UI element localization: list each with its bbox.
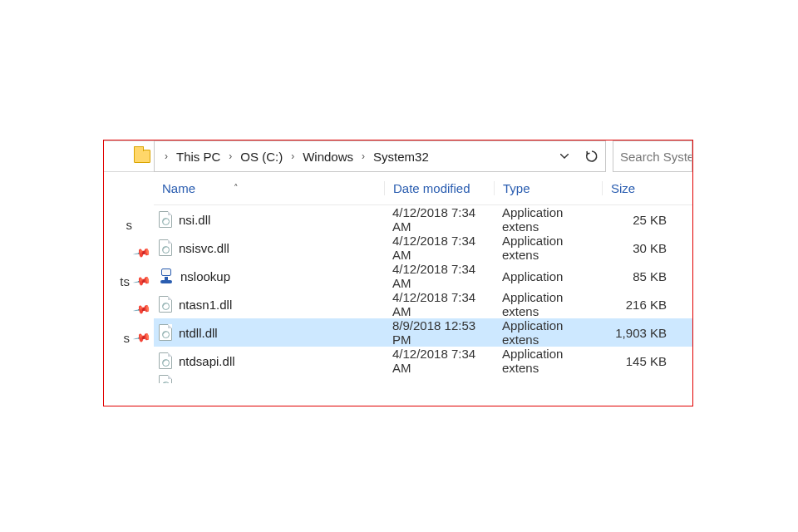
cell-date: 4/12/2018 7:34 AM xyxy=(384,347,494,375)
address-folder-icon-wrap xyxy=(104,140,154,172)
file-icon xyxy=(159,324,172,341)
breadcrumb-item[interactable]: System32 xyxy=(372,150,431,164)
file-name: nsisvc.dll xyxy=(179,241,229,255)
search-placeholder: Search System32 xyxy=(620,150,692,164)
cell-type: Application extens xyxy=(494,318,602,347)
nav-item-label-fragment: s xyxy=(119,218,132,232)
column-header-size[interactable]: Size xyxy=(602,181,673,195)
file-name: nsi.dll xyxy=(179,213,210,227)
cell-type: Application extens xyxy=(494,347,602,375)
pin-icon: 📌 xyxy=(132,244,151,263)
application-icon xyxy=(159,268,174,283)
cell-type: Application extens xyxy=(494,290,602,318)
cell-name: ntdsapi.dll xyxy=(154,352,384,369)
cell-size: 216 KB xyxy=(602,298,673,312)
cell-date: 4/12/2018 7:34 AM xyxy=(384,234,494,262)
nav-item-label-fragment: s xyxy=(116,331,130,345)
refresh-button[interactable] xyxy=(578,140,606,172)
chevron-down-icon xyxy=(560,154,569,159)
column-header-label: Name xyxy=(162,181,195,195)
chevron-right-icon: › xyxy=(288,150,298,162)
cell-size: 1,903 KB xyxy=(602,326,673,340)
cell-date: 4/12/2018 7:34 AM xyxy=(384,262,494,290)
cell-name: ntdll.dll xyxy=(154,324,384,341)
file-icon xyxy=(159,239,172,256)
search-input[interactable]: Search System32 xyxy=(613,140,692,172)
pin-icon: 📌 xyxy=(132,328,151,347)
nav-item[interactable]: 📌 xyxy=(104,239,154,267)
folder-icon xyxy=(134,150,150,163)
sort-ascending-icon: ˄ xyxy=(234,183,239,194)
table-row[interactable]: ntdll.dll8/9/2018 12:53 PMApplication ex… xyxy=(154,318,692,347)
cell-size: 30 KB xyxy=(602,241,673,255)
file-name: ntdsapi.dll xyxy=(179,354,235,368)
cell-name: nsi.dll xyxy=(154,211,384,228)
partial-row-clip xyxy=(154,375,692,383)
cell-type: Application xyxy=(494,269,602,283)
pin-icon: 📌 xyxy=(132,300,151,319)
file-icon xyxy=(159,211,172,228)
file-name: ntdll.dll xyxy=(179,326,218,340)
navigation-pane[interactable]: s📌ts📌📌s📌 xyxy=(104,172,154,406)
refresh-icon xyxy=(585,150,598,163)
file-icon xyxy=(159,296,172,313)
nav-item-label-fragment: ts xyxy=(116,274,130,288)
cell-name: ntasn1.dll xyxy=(154,296,384,313)
table-row[interactable]: ntdsapi.dll4/12/2018 7:34 AMApplication … xyxy=(154,347,692,375)
chevron-right-icon: › xyxy=(358,150,368,162)
nav-item[interactable]: s xyxy=(104,210,154,239)
cell-size: 145 KB xyxy=(602,354,673,368)
explorer-body: s📌ts📌📌s📌 Name ˄ Date modified Type Size … xyxy=(104,172,692,406)
cell-type: Application extens xyxy=(494,205,602,234)
breadcrumb-item[interactable]: Windows xyxy=(301,150,355,164)
cell-date: 4/12/2018 7:34 AM xyxy=(384,205,494,234)
file-icon xyxy=(159,375,172,383)
column-header-name[interactable]: Name ˄ xyxy=(154,181,384,195)
pin-icon: 📌 xyxy=(132,272,151,291)
cell-size: 85 KB xyxy=(602,269,673,283)
cell-type: Application extens xyxy=(494,234,602,262)
column-headers: Name ˄ Date modified Type Size xyxy=(154,172,692,205)
chevron-right-icon: › xyxy=(161,150,171,162)
file-list-pane: Name ˄ Date modified Type Size nsi.dll4/… xyxy=(154,172,692,406)
breadcrumb[interactable]: › This PC › OS (C:) › Windows › System32 xyxy=(154,140,551,172)
nav-item[interactable]: s📌 xyxy=(104,323,154,352)
column-header-type[interactable]: Type xyxy=(494,181,602,195)
cell-name: nsisvc.dll xyxy=(154,239,384,256)
file-list[interactable]: nsi.dll4/12/2018 7:34 AMApplication exte… xyxy=(154,205,692,375)
column-header-date[interactable]: Date modified xyxy=(384,181,494,195)
file-icon xyxy=(159,352,172,369)
cell-date: 8/9/2018 12:53 PM xyxy=(384,318,494,347)
table-row[interactable]: nslookup4/12/2018 7:34 AMApplication85 K… xyxy=(154,262,692,290)
table-row[interactable]: ntasn1.dll4/12/2018 7:34 AMApplication e… xyxy=(154,290,692,318)
explorer-window: › This PC › OS (C:) › Windows › System32… xyxy=(103,140,693,406)
cell-size: 25 KB xyxy=(602,213,673,227)
table-row[interactable]: nsisvc.dll4/12/2018 7:34 AMApplication e… xyxy=(154,234,692,262)
address-bar: › This PC › OS (C:) › Windows › System32… xyxy=(104,140,692,172)
nav-item[interactable]: ts📌 xyxy=(104,267,154,295)
breadcrumb-item[interactable]: This PC xyxy=(175,150,222,164)
chevron-right-icon: › xyxy=(225,150,235,162)
table-row[interactable]: nsi.dll4/12/2018 7:34 AMApplication exte… xyxy=(154,205,692,234)
cell-date: 4/12/2018 7:34 AM xyxy=(384,290,494,318)
file-name: nslookup xyxy=(180,269,230,283)
file-name: ntasn1.dll xyxy=(179,298,232,312)
breadcrumb-item[interactable]: OS (C:) xyxy=(239,150,284,164)
cell-name: nslookup xyxy=(154,268,384,283)
nav-item[interactable]: 📌 xyxy=(104,295,154,323)
address-dropdown-button[interactable] xyxy=(551,140,578,172)
